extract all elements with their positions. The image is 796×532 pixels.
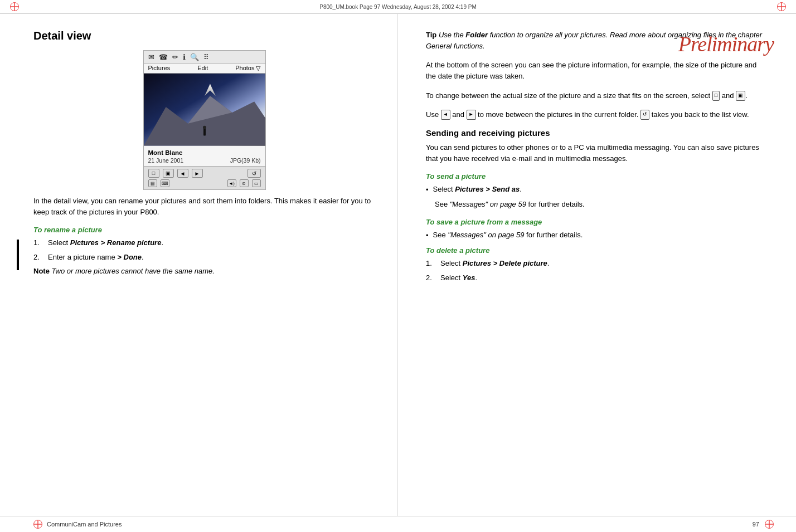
edit-label: Edit [197, 65, 208, 72]
phone-ui-mockup: ✉ ☎ ✏ ℹ 🔍 ⠿ Pictures [143, 50, 266, 190]
step-num-2: 2. [33, 252, 43, 263]
detail-view-heading: Detail view [33, 30, 375, 42]
step-1-text: Select Pictures > Rename picture. [48, 237, 163, 248]
reg-mark-top-right [777, 2, 786, 11]
svg-rect-4 [203, 128, 206, 136]
delete-step-num-1: 1. [426, 258, 436, 269]
send-bullet-text: Select Pictures > Send as. [433, 184, 522, 196]
send-bullet-dot: • [426, 184, 429, 196]
top-bar: P800_UM.book Page 97 Wednesday, August 2… [0, 0, 796, 14]
main-content: Detail view ✉ ☎ ✏ ℹ 🔍 [0, 14, 796, 516]
phone-info-area: Mont Blanc 21 June 2001 JPG(39 Kb) [144, 146, 265, 166]
sending-description: You can send pictures to other phones or… [426, 142, 768, 164]
page-container: P800_UM.book Page 97 Wednesday, August 2… [0, 0, 796, 532]
right-arrow-icon: ► [467, 110, 476, 120]
detail-view-description: In the detail view, you can rename your … [33, 196, 375, 218]
delete-step-num-2: 2. [426, 272, 436, 284]
save-bullet-text: See "Messages" on page 59 for further de… [433, 230, 583, 241]
file-info: P800_UM.book Page 97 Wednesday, August 2… [319, 4, 477, 10]
ctrl-small-2: ⌨ [161, 179, 169, 187]
page-number: 97 [753, 521, 759, 528]
controls-row1: □ ▣ ◄ ► ↺ [148, 169, 261, 178]
envelope-icon: ✉ [148, 53, 154, 62]
left-arrow-icon: ◄ [441, 110, 450, 120]
delete-step-1-text: Select Pictures > Delete picture. [440, 258, 549, 269]
send-bullet-item: • Select Pictures > Send as. [426, 184, 768, 196]
ctrl-prev-btn: ◄ [177, 169, 188, 178]
zoom-icon: 🔍 [190, 53, 199, 62]
bottom-right: 97 [753, 520, 774, 529]
phone-icon: ☎ [159, 53, 168, 62]
grid-icon: ⠿ [203, 53, 209, 62]
ctrl-small-1: ▤ [148, 179, 157, 187]
photo-format: JPG(39 Kb) [230, 157, 261, 164]
phone-controls-area: □ ▣ ◄ ► ↺ ▤ ⌨ ◄) ⊙ ▭ [144, 166, 265, 189]
step-2-bold: > Done [117, 253, 142, 261]
controls-row2: ▤ ⌨ ◄) ⊙ ▭ [148, 179, 261, 187]
delete-step-2-bold: Yes [463, 274, 475, 282]
fitscreen-icon: ▣ [736, 91, 745, 101]
left-column: Detail view ✉ ☎ ✏ ℹ 🔍 [0, 14, 398, 516]
phone-toolbar-icons: ✉ ☎ ✏ ℹ 🔍 ⠿ [144, 51, 265, 64]
reg-mark-bottom-right [765, 520, 774, 529]
delete-step-2-text: Select Yes. [440, 272, 477, 284]
reg-mark-top-left [10, 2, 19, 11]
save-bullet-dot: • [426, 230, 429, 241]
info-icon: ℹ [183, 53, 186, 62]
to-send-heading: To send a picture [426, 172, 768, 180]
note-content: Two or more pictures cannot have the sam… [52, 267, 215, 275]
screen-info-para: At the bottom of the screen you can see … [426, 60, 768, 82]
phone-photo-area [144, 74, 265, 146]
ctrl-next-btn: ► [192, 169, 203, 178]
ctrl-play: ⊙ [240, 179, 249, 187]
ctrl-fullsize-btn: □ [148, 169, 159, 178]
rename-step-1: 1. Select Pictures > Rename picture. [33, 237, 375, 248]
navigation-para: Use ◄ and ► to move between the pictures… [426, 109, 768, 120]
step-2-text: Enter a picture name > Done. [48, 252, 144, 263]
toolbar-icon-row: ✉ ☎ ✏ ℹ 🔍 ⠿ [148, 53, 209, 62]
photos-label: Photos ▽ [235, 65, 260, 72]
to-save-heading: To save a picture from a message [426, 218, 768, 226]
ctrl-speaker: ▭ [252, 179, 261, 187]
save-messages-ref: "Messages" on page 59 [448, 231, 524, 239]
to-delete-heading: To delete a picture [426, 246, 768, 255]
photo-name: Mont Blanc [148, 149, 261, 156]
svg-point-5 [203, 126, 206, 129]
pencil-icon: ✏ [172, 53, 178, 62]
note-label: Note [33, 267, 50, 275]
photo-meta: 21 June 2001 JPG(39 Kb) [148, 157, 261, 164]
mountain-photo-svg [144, 74, 265, 146]
toolbar-labels-row: Pictures Edit Photos ▽ [144, 64, 265, 74]
preliminary-watermark: Preliminary [678, 32, 774, 56]
ctrl-vol-down: ◄) [227, 179, 236, 187]
pictures-label: Pictures [148, 65, 171, 72]
step-1-bold: Pictures > Rename picture [70, 238, 162, 247]
to-rename-heading: To rename a picture [33, 226, 375, 234]
ctrl-back-btn: ↺ [247, 169, 261, 178]
rename-step-2: 2. Enter a picture name > Done. [33, 252, 375, 263]
step-num-1: 1. [33, 237, 43, 248]
bottom-bar: CommuniCam and Pictures 97 [0, 516, 796, 532]
margin-bar [17, 240, 19, 270]
reg-mark-bottom-left [33, 520, 42, 529]
note-text: Note Two or more pictures cannot have th… [33, 266, 375, 277]
ctrl-fitscreen-btn: ▣ [163, 169, 174, 178]
size-change-para: To change between the actual size of the… [426, 90, 768, 101]
delete-step-1: 1. Select Pictures > Delete picture. [426, 258, 768, 269]
tip-bold-folder: Folder [465, 31, 488, 39]
send-messages-ref: "Messages" on page 59 [450, 200, 526, 208]
save-bullet-item: • See "Messages" on page 59 for further … [426, 230, 768, 241]
photo-date: 21 June 2001 [148, 157, 184, 164]
fullsize-icon: □ [712, 91, 720, 101]
send-bold: Pictures > Send as [455, 185, 520, 193]
footer-left: CommuniCam and Pictures [47, 521, 122, 528]
sending-heading: Sending and receiving pictures [426, 128, 768, 138]
delete-step-2: 2. Select Yes. [426, 272, 768, 284]
back-icon: ↺ [640, 110, 649, 120]
right-column: Preliminary Tip Use the Folder function … [398, 14, 796, 516]
tip-label: Tip [426, 31, 436, 39]
delete-step-1-bold: Pictures > Delete picture [463, 259, 547, 267]
send-see-messages: See "Messages" on page 59 for further de… [435, 199, 768, 210]
